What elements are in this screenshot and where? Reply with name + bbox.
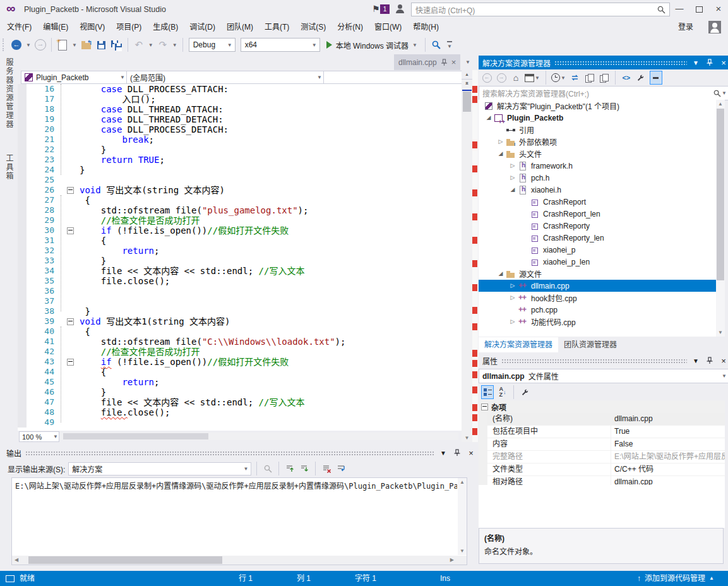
- tree-item[interactable]: CrashReporty: [479, 220, 725, 232]
- expander-icon[interactable]: ◢: [496, 268, 506, 280]
- code-line[interactable]: 32 return;: [18, 246, 462, 256]
- navigate-back-button[interactable]: ←: [10, 38, 23, 52]
- tree-item[interactable]: ◢源文件: [479, 268, 725, 280]
- search-options-caret-icon[interactable]: ▼: [721, 90, 727, 96]
- code-line[interactable]: 46 }: [18, 387, 462, 397]
- breakpoint-margin[interactable]: [18, 407, 27, 417]
- close-icon[interactable]: ×: [719, 58, 728, 68]
- code-line[interactable]: 26void 写出文本(string 文本内容): [18, 185, 462, 195]
- new-project-caret-icon[interactable]: ▼: [71, 42, 78, 48]
- expander-icon[interactable]: ◢: [508, 184, 518, 196]
- close-button[interactable]: ×: [709, 0, 728, 18]
- code-line[interactable]: 21 break;: [18, 135, 462, 145]
- breakpoint-margin[interactable]: [18, 296, 27, 306]
- tree-item[interactable]: 引用: [479, 124, 725, 136]
- window-position-caret-icon[interactable]: ▼: [691, 357, 701, 364]
- tab-team-explorer[interactable]: 团队资源管理器: [558, 337, 623, 352]
- breakpoint-margin[interactable]: [18, 145, 27, 155]
- minimize-button[interactable]: —: [670, 0, 689, 18]
- code-line[interactable]: 36: [18, 286, 462, 296]
- code-line[interactable]: 20 case DLL_PROCESS_DETACH:: [18, 124, 462, 135]
- error-mark[interactable]: [472, 260, 477, 267]
- scroll-up-icon[interactable]: ▲: [716, 101, 725, 107]
- error-mark[interactable]: [472, 189, 477, 196]
- find-in-files-icon[interactable]: [430, 38, 443, 52]
- fold-collapse-icon[interactable]: [67, 227, 74, 234]
- property-row[interactable]: 文件类型C/C++ 代码: [479, 463, 725, 476]
- error-mark[interactable]: [472, 350, 477, 357]
- code-line[interactable]: 27 {: [18, 195, 462, 205]
- properties-title-bar[interactable]: 属性 ▼ ×: [479, 354, 728, 368]
- output-log[interactable]: E:\网站上架\驱动反作弊+应用层反录制+内置情缘源码\驱动反作弊+应用层反录制…: [11, 477, 467, 565]
- tree-item[interactable]: ▷功能代码.cpp: [479, 316, 725, 328]
- breakpoint-margin[interactable]: [18, 104, 27, 114]
- code-line[interactable]: 17 入口();: [18, 94, 462, 104]
- save-all-button[interactable]: [110, 38, 123, 52]
- error-mark[interactable]: [472, 237, 477, 244]
- property-pages-wrench-icon[interactable]: [519, 386, 530, 398]
- code-line[interactable]: 40 {: [18, 326, 462, 337]
- output-source-dropdown[interactable]: 解决方案 ▼: [68, 462, 251, 475]
- property-row[interactable]: 包括在项目中True: [479, 426, 725, 438]
- pin-icon[interactable]: [441, 59, 448, 66]
- nav-scope-dropdown[interactable]: (全局范围) ▼: [126, 71, 325, 84]
- solution-explorer-search-input[interactable]: 搜索解决方案资源管理器(Ctrl+;) ▼: [479, 86, 728, 100]
- show-all-files-icon[interactable]: [599, 71, 610, 84]
- word-wrap-icon[interactable]: [335, 462, 347, 475]
- tree-item[interactable]: CrashReport: [479, 196, 725, 208]
- menu-item[interactable]: 项目(P): [110, 19, 147, 35]
- error-mark[interactable]: [472, 371, 477, 378]
- breakpoint-margin[interactable]: [18, 306, 27, 316]
- tree-item[interactable]: ▷framework.h: [479, 160, 725, 172]
- breakpoint-margin[interactable]: [18, 256, 27, 266]
- scroll-down-icon[interactable]: ▼: [462, 435, 472, 441]
- fold-collapse-icon[interactable]: [67, 318, 74, 325]
- editor-horizontal-scrollbar[interactable]: [61, 433, 458, 440]
- breakpoint-margin[interactable]: [18, 347, 27, 357]
- output-horizontal-scrollbar[interactable]: ◀ ▶: [12, 556, 467, 565]
- menu-item[interactable]: 文件(F): [1, 19, 37, 35]
- code-line[interactable]: 30 if (!file.is_open())//假如打开文件失败: [18, 225, 462, 236]
- solution-configuration-dropdown[interactable]: Debug▼: [189, 38, 236, 52]
- expander-icon[interactable]: ◢: [496, 148, 506, 160]
- code-line[interactable]: 39void 写出文本1(string 文本内容): [18, 316, 462, 326]
- code-editor[interactable]: 16 case DLL_PROCESS_ATTACH:17 入口();18 ca…: [18, 84, 462, 431]
- redo-caret-icon[interactable]: ▼: [172, 42, 178, 48]
- error-mark[interactable]: [472, 360, 477, 367]
- menu-item[interactable]: 调试(D): [184, 19, 221, 35]
- tree-item[interactable]: ▷hook封包.cpp: [479, 292, 725, 304]
- error-mark[interactable]: [472, 141, 477, 148]
- tree-item[interactable]: pch.cpp: [479, 304, 725, 316]
- code-line[interactable]: 29 //检查文件是否成功打开: [18, 215, 462, 225]
- scroll-up-icon[interactable]: ▲: [462, 80, 472, 86]
- error-mark[interactable]: [472, 323, 477, 330]
- code-line[interactable]: 35 file.close();: [18, 276, 462, 286]
- error-mark[interactable]: [472, 307, 477, 314]
- open-file-button[interactable]: ↰: [80, 38, 93, 52]
- tree-vertical-scrollbar[interactable]: ▲ ▼: [716, 100, 725, 337]
- add-to-source-control-button[interactable]: ↑ 添加到源代码管理 ▲: [637, 571, 714, 586]
- menu-item[interactable]: 窗口(W): [369, 19, 407, 35]
- code-line[interactable]: 16 case DLL_PROCESS_ATTACH:: [18, 84, 462, 94]
- collapse-icon[interactable]: [481, 404, 488, 410]
- next-message-icon[interactable]: [299, 462, 310, 475]
- close-icon[interactable]: ×: [719, 356, 728, 366]
- breakpoint-margin[interactable]: [18, 84, 27, 94]
- property-value[interactable]: True: [611, 426, 725, 438]
- properties-object-dropdown[interactable]: dllmain.cpp 文件属性 ▼: [479, 369, 728, 383]
- pending-changes-filter-icon[interactable]: ▼: [551, 71, 566, 84]
- find-message-icon[interactable]: [262, 462, 273, 475]
- breakpoint-margin[interactable]: [18, 165, 27, 175]
- error-mark[interactable]: [472, 404, 477, 411]
- output-vertical-scrollbar[interactable]: ▲ ▼: [458, 478, 467, 555]
- breakpoint-margin[interactable]: [18, 225, 27, 236]
- fold-collapse-icon[interactable]: [67, 187, 74, 194]
- tree-item[interactable]: CrashReport_len: [479, 208, 725, 220]
- breakpoint-margin[interactable]: [18, 205, 27, 215]
- solution-platform-dropdown[interactable]: x64▼: [241, 38, 320, 52]
- code-line[interactable]: 49: [18, 417, 462, 428]
- breakpoint-margin[interactable]: [18, 357, 27, 367]
- new-project-button[interactable]: ✳: [56, 38, 69, 52]
- property-row[interactable]: 完整路径E:\网站上架\驱动反作弊+应用层反录: [479, 451, 725, 463]
- breakpoint-margin[interactable]: [18, 175, 27, 185]
